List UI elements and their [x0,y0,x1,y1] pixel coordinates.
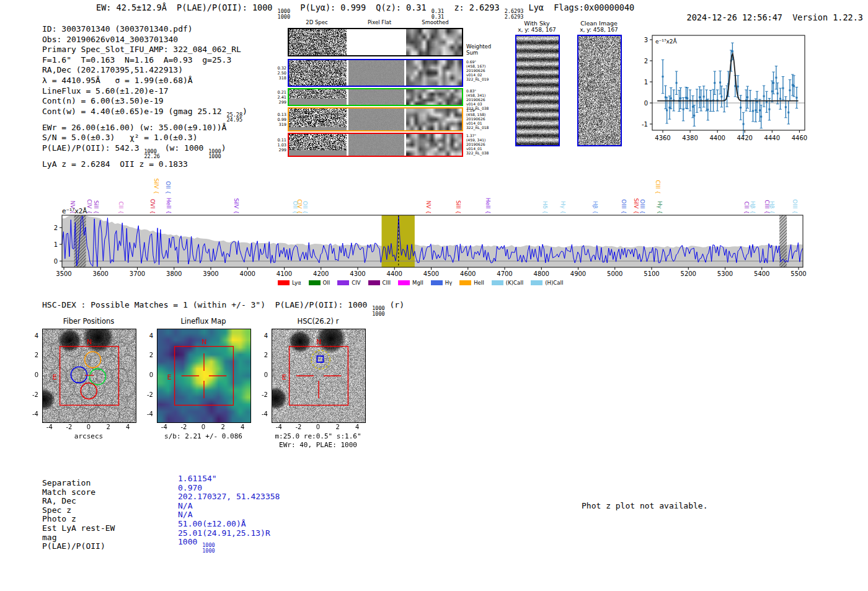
emission-line-label-hδ: Hδ { [542,201,548,214]
legend-swatch [492,280,503,285]
svg-text:2: 2 [644,58,648,64]
cutout-ytick: -2 [26,391,38,398]
emission-line-label-cii: CII { [743,202,750,214]
emission-line-label-siiv: SiIV { [633,198,639,214]
clean-image [577,35,622,146]
match-table-label-col: SeparationMatch scoreRA, DecSpec zPhoto … [42,479,115,551]
emission-line-label-hγ: Hγ { [657,201,663,214]
withsky-coords: x, y: 458, 167 [512,27,562,33]
strip-right-info: 1.19"(458, 158)20190626v014_01322_RL_018 [466,108,506,130]
cutout-xtick: 0 [82,424,95,430]
cutout-xtick: -4 [273,424,285,430]
svg-text:4440: 4440 [764,135,780,141]
cutout-xtick: 0 [312,424,324,430]
svg-text:4400: 4400 [709,135,725,141]
svg-text:4460: 4460 [792,135,807,141]
legend-item-mgii: MgII [398,280,423,286]
match-row-value: 1000 10001000 [178,538,280,553]
legend-label: CIV [352,280,360,286]
lineflux-map-image [157,329,251,423]
svg-text:4420: 4420 [737,135,753,141]
legend-label: Hγ [445,280,452,286]
strip-panel-2dspec [289,134,347,156]
elixer-report-page: EW: 42.5±12.9Å P(LAE)/P(OII): 1000 10001… [0,0,868,591]
report-version: Version 1.22.3 [792,12,863,22]
emission-line-label-oii: OII { [302,201,308,214]
cutout-ytick: 2 [26,352,38,358]
match-row-label: Spec z [42,506,115,515]
info-line: LyA z = 2.6284 OII z = 0.1833 [42,159,247,170]
match-row-value: N/A [178,510,280,520]
report-timestamp: 2024-12-26 12:56:47 [687,12,782,22]
svg-text:4900: 4900 [570,270,586,277]
match-row-label: Match score [42,488,115,497]
match-table-value-col: 1.61154"0.970202.170327, 51.423358N/AN/A… [178,474,280,553]
info-line: ID: 3003701340 (3003701340.pdf) [42,24,247,35]
svg-text:3: 3 [644,37,648,43]
strip-left-stats: 0.322.50318 [270,66,286,81]
match-row-value: 25.01(24.91,25.13)R [178,529,280,538]
strip-panel-pixelflat [348,134,404,156]
emission-line-label-ovi: OVI { [149,199,156,214]
fiber-positions-image [42,329,136,423]
match-row-value: 202.170327, 51.423358 [178,492,280,502]
match-row-value: 1.61154" [178,474,280,484]
cutout-xtick: 2 [217,424,229,430]
svg-text:4360: 4360 [655,135,670,141]
match-row-value: 0.970 [178,484,280,493]
emission-line-label-oiii: OIII { [621,199,627,214]
strip-row [288,133,463,157]
legend-swatch [337,280,349,285]
info-line: Cont(w) = 4.40(±0.65)e-19 (gmag 25.12 25… [42,107,247,123]
strip-row [288,28,463,56]
strip-left-stats: 0.130.99319 [270,112,286,127]
match-row-label: RA, Dec [42,497,115,506]
match-row-value: 51.00(±12.00)Å [178,520,280,529]
withsky-image [515,35,560,146]
info-line: EWr = 26.00(±16.00) (w: 35.00(±9.10))Å [42,123,247,133]
strip-right-info: 0.83"(458, 341)20190626v014_03322_RL_038 [466,89,506,110]
match-row-value: N/A [178,502,280,511]
legend-swatch [368,280,380,285]
emission-line-label-siiv: SiIV { [233,198,239,214]
strip-col-header-2dspec: 2D Spec [292,19,342,25]
svg-text:3600: 3600 [93,270,108,277]
emission-line-label-oiii: OIII { [639,199,645,214]
svg-text:3500: 3500 [56,270,71,277]
emission-line-label-siii: SiII { [455,200,461,214]
cutout-title-lineflux: Lineflux Map [157,317,250,326]
strip-right-info: 0.69"(458, 167)20190626v014_02322_RL_019 [466,60,506,81]
match-row-label: mag [42,533,115,543]
emission-line-label-siiv: SiIV { [153,178,159,194]
legend-label: MgII [412,280,423,286]
cutout-ytick: 2 [141,352,153,358]
info-line: P(LAE)/P(OII): 542.3 100022.26 (w: 1000 … [42,143,247,159]
strip-row [288,88,463,106]
match-row-label: Separation [42,479,115,488]
svg-text:4380: 4380 [682,135,698,141]
match-row-label: Photo z [42,515,115,524]
header-datetime: 2024-12-26 12:56:47 Version 1.22.3 [666,2,863,32]
legend-item-lyα: Lyα [278,280,301,286]
emission-line-label-hβ: Hβ { [592,201,598,214]
cutout-ytick: 0 [26,371,38,378]
legend-swatch [431,280,443,285]
emission-line-label-cii: CII { [118,202,124,214]
cutout-ytick: -2 [255,391,268,398]
cutout-ytick: 4 [141,332,153,339]
strip-right-info: WeightedSum [466,44,506,56]
strip-panel-smoothed [406,60,462,86]
svg-text:3900: 3900 [203,270,218,277]
svg-text:4000: 4000 [240,270,255,277]
spectrum-legend: LyαOIICIVCIIIMgIIHγHeII(K)CaII(H)CaII [278,276,570,288]
info-line: Primary Spec_Slot_IFU_AMP: 322_084_062_R… [42,45,247,55]
info-line: F=1.6" T=0.163 N=1.16 A=0.93 g=25.3 [42,55,247,66]
strip-panel-pixelflat [348,29,404,55]
emission-line-label-heii: HeII { [485,198,491,214]
emission-line-label-hβ: Hβ { [769,201,775,214]
legend-label: OII [323,280,330,286]
strip-left-stats: 0.111.03299 [270,138,286,153]
line-fit-zoom-plot: 436043804400442044404460-10123e⁻¹⁷x2Å [639,30,812,148]
strip-panel-pixelflat [348,89,404,105]
cutout-ytick: 2 [255,352,268,358]
